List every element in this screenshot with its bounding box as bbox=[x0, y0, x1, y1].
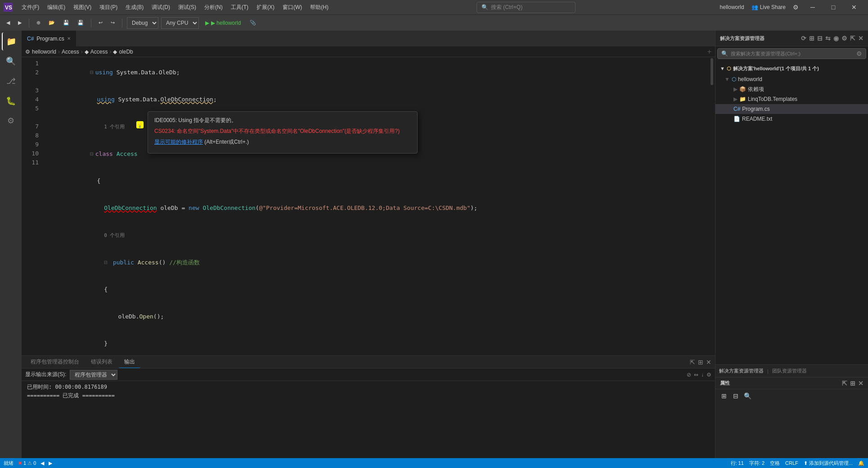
status-spaces[interactable]: 空格 bbox=[770, 460, 780, 467]
search-btn[interactable]: 🔍 bbox=[2, 52, 20, 70]
platform-select[interactable]: Any CPU bbox=[161, 17, 199, 29]
props-title-bar: 属性 ⇱ ⊞ ✕ bbox=[715, 377, 868, 389]
fix-link[interactable]: 显示可能的修补程序 bbox=[154, 139, 203, 145]
se-search-box[interactable]: 🔍 搜索解决方案资源管理器(Ctrl+;) ⚙ bbox=[717, 48, 866, 59]
save-all-btn[interactable]: 💾 bbox=[75, 18, 86, 27]
menu-edit[interactable]: 编辑(E) bbox=[44, 2, 69, 13]
menu-project[interactable]: 项目(P) bbox=[96, 2, 121, 13]
new-project-btn[interactable]: ⊕ bbox=[34, 18, 43, 27]
breadcrumb-access2[interactable]: ◆ Access bbox=[85, 49, 108, 55]
code-line-5: OleDbConnection oleDb = new OleDbConnect… bbox=[48, 195, 705, 222]
solution-root[interactable]: ▼ ⬡ 解决方案'helloworld'(1 个项目/共 1 个) bbox=[715, 63, 868, 74]
tree-item-program-cs[interactable]: C# Program.cs bbox=[715, 104, 868, 114]
breadcrumb-oledb[interactable]: ◆ oleDb bbox=[113, 49, 133, 55]
menu-file[interactable]: 文件(F) bbox=[18, 2, 43, 13]
tab-errors[interactable]: 错误列表 bbox=[85, 356, 118, 368]
explorer-btn[interactable]: 📁 bbox=[2, 32, 20, 50]
window-title: helloworld bbox=[720, 4, 744, 10]
redo-btn[interactable]: ↪ bbox=[108, 18, 117, 27]
menu-debug[interactable]: 调试(D) bbox=[148, 2, 174, 13]
editor-scrollbar[interactable] bbox=[709, 57, 715, 355]
clear-icon[interactable]: ⊘ bbox=[687, 372, 691, 378]
panel-dock-icon[interactable]: ⊞ bbox=[698, 359, 703, 366]
status-col[interactable]: 字符: 2 bbox=[749, 460, 765, 467]
notification-icon[interactable]: 🔔 bbox=[858, 460, 864, 466]
word-wrap-icon[interactable]: ⇔ bbox=[694, 372, 698, 378]
git-btn[interactable]: ⎇ bbox=[2, 72, 20, 90]
se-settings-icon[interactable]: ⚙ bbox=[841, 35, 847, 42]
se-bottom-solution[interactable]: 解决方案资源管理器 bbox=[719, 368, 764, 374]
run-button[interactable]: ▶ ▶ helloworld bbox=[202, 18, 244, 27]
search-box[interactable]: 🔍 搜索 (Ctrl+Q) bbox=[477, 2, 576, 13]
se-search-settings-icon[interactable]: ⚙ bbox=[856, 50, 862, 57]
solution-label: 解决方案'helloworld'(1 个项目/共 1 个) bbox=[733, 65, 819, 72]
fold-1[interactable]: ⊟ bbox=[90, 69, 94, 76]
settings-icon2[interactable]: ⚙ bbox=[706, 372, 711, 378]
tab-output[interactable]: 输出 bbox=[119, 356, 140, 368]
nav-forward[interactable]: ▶ bbox=[49, 460, 52, 466]
props-float-icon[interactable]: ⇱ bbox=[842, 380, 847, 387]
se-bottom-team[interactable]: 团队资源管理器 bbox=[772, 368, 807, 374]
status-encoding[interactable]: CRLF bbox=[785, 460, 798, 466]
toggle-view-icon[interactable]: ⇆ bbox=[825, 35, 831, 42]
close-se-icon[interactable]: ✕ bbox=[858, 35, 864, 42]
menu-extensions[interactable]: 扩展(X) bbox=[253, 2, 278, 13]
fold-3[interactable]: ⊟ bbox=[90, 150, 94, 157]
props-alpha-icon[interactable]: ⊟ bbox=[731, 391, 741, 401]
maximize-button[interactable]: □ bbox=[823, 0, 844, 14]
props-close-icon[interactable]: ✕ bbox=[858, 380, 864, 387]
tree-item-readme[interactable]: 📄 README.txt bbox=[715, 114, 868, 124]
float-icon[interactable]: ⇱ bbox=[850, 35, 855, 42]
menu-analyze[interactable]: 分析(N) bbox=[201, 2, 226, 13]
panel-float-icon[interactable]: ⇱ bbox=[690, 359, 695, 366]
tab-pkg-manager[interactable]: 程序包管理器控制台 bbox=[25, 356, 85, 368]
close-button[interactable]: ✕ bbox=[844, 0, 864, 14]
props-search-icon[interactable]: 🔍 bbox=[742, 391, 752, 401]
project-item[interactable]: ▼ ⬡ helloworld bbox=[715, 74, 868, 84]
live-share-button[interactable]: 👥 Live Share bbox=[748, 2, 789, 12]
toolbar-forward[interactable]: ▶ bbox=[15, 18, 24, 27]
tab-close-btn[interactable]: ✕ bbox=[67, 36, 71, 41]
code-area[interactable]: ⊟using System.Data.OleDb; using System.D… bbox=[44, 57, 709, 355]
expand-all-icon[interactable]: ⊞ bbox=[809, 35, 814, 42]
props-categorized-icon[interactable]: ⊞ bbox=[719, 391, 729, 401]
add-source-ctrl[interactable]: ⬆ 添加到源代码管理... bbox=[804, 460, 853, 467]
menu-help[interactable]: 帮助(H) bbox=[306, 2, 332, 13]
auto-scroll-icon[interactable]: ↓ bbox=[701, 372, 704, 378]
status-ready[interactable]: 就绪 bbox=[4, 460, 13, 467]
attach-btn[interactable]: 📎 bbox=[247, 18, 259, 27]
breadcrumb-helloworld[interactable]: ⚙ helloworld bbox=[25, 49, 56, 55]
save-btn[interactable]: 💾 bbox=[60, 18, 72, 27]
output-source-select[interactable]: 程序包管理器 bbox=[70, 370, 117, 380]
status-errors[interactable]: ✖ 1 ⚠ 0 bbox=[18, 460, 36, 466]
debug-btn[interactable]: 🐛 bbox=[2, 92, 20, 110]
breadcrumb-add-btn[interactable]: + bbox=[707, 48, 711, 56]
open-btn[interactable]: 📂 bbox=[46, 18, 58, 27]
props-dock-icon[interactable]: ⊞ bbox=[850, 380, 855, 387]
error-count: 1 bbox=[23, 460, 26, 466]
auto-sync-icon[interactable]: ◉ bbox=[833, 35, 839, 42]
menu-test[interactable]: 测试(S) bbox=[175, 2, 200, 13]
menu-window[interactable]: 窗口(W) bbox=[279, 2, 306, 13]
extensions-btn[interactable]: ⚙ bbox=[2, 112, 20, 130]
panel-close-icon[interactable]: ✕ bbox=[706, 359, 711, 366]
breadcrumb-access[interactable]: Access bbox=[62, 49, 79, 55]
debug-config-select[interactable]: Debug bbox=[127, 17, 158, 29]
toolbar-back[interactable]: ◀ bbox=[4, 18, 13, 27]
menu-view[interactable]: 视图(V) bbox=[70, 2, 95, 13]
status-line[interactable]: 行: 11 bbox=[731, 460, 744, 467]
tree-item-linqtodb[interactable]: ▶ 📁 LinqToDB.Templates bbox=[715, 94, 868, 104]
menu-build[interactable]: 生成(B) bbox=[122, 2, 147, 13]
lightbulb-icon[interactable]: 💡 bbox=[136, 121, 144, 128]
fold-7[interactable]: ⊟ bbox=[104, 259, 108, 266]
tab-program-cs[interactable]: C# Program.cs ✕ bbox=[22, 31, 76, 46]
minimize-button[interactable]: ─ bbox=[802, 0, 823, 14]
nav-back[interactable]: ◀ bbox=[40, 460, 44, 466]
tree-item-dependencies[interactable]: ▶ 📦 依赖项 bbox=[715, 84, 868, 94]
undo-btn[interactable]: ↩ bbox=[96, 18, 105, 27]
settings-icon[interactable]: ⚙ bbox=[793, 4, 799, 11]
menu-tools[interactable]: 工具(T) bbox=[227, 2, 252, 13]
breadcrumb-sep-3: › bbox=[109, 49, 111, 55]
sync-icon[interactable]: ⟳ bbox=[801, 35, 806, 42]
filter-icon[interactable]: ⊟ bbox=[817, 35, 823, 42]
